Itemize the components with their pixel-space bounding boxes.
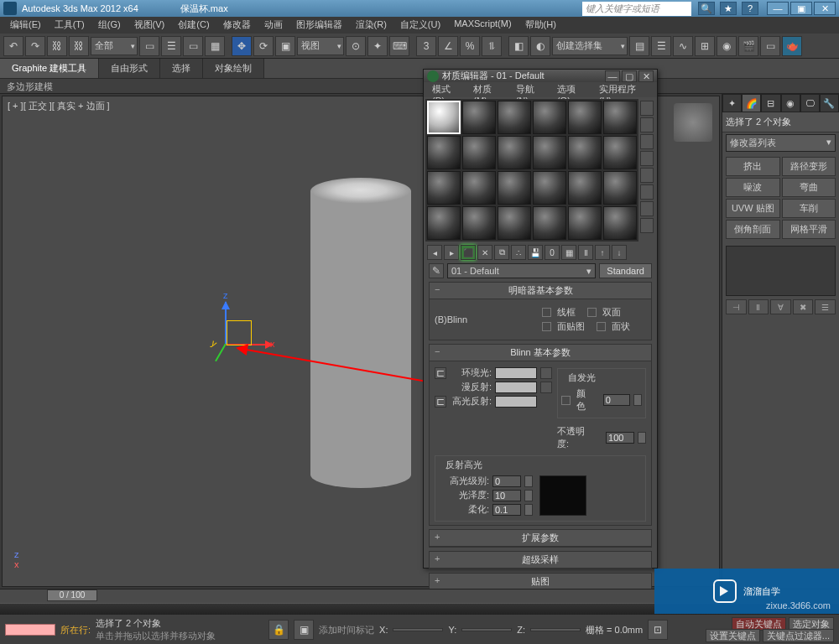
rollout-supersample[interactable]: 超级采样 bbox=[430, 552, 651, 569]
show-in-viewport-icon[interactable]: ▦ bbox=[561, 245, 576, 260]
specular-swatch[interactable] bbox=[495, 396, 537, 408]
viewcube[interactable] bbox=[674, 103, 712, 142]
snap-button[interactable]: 3 bbox=[416, 36, 436, 56]
menu-rendering[interactable]: 渲染(R) bbox=[349, 17, 393, 34]
mod-lathe[interactable]: 车削 bbox=[782, 199, 836, 218]
material-slot[interactable] bbox=[427, 101, 461, 134]
layers-button[interactable]: ☰ bbox=[651, 36, 671, 56]
options-icon[interactable] bbox=[640, 201, 654, 216]
mat-menu-nav[interactable]: 导航(N) bbox=[511, 82, 552, 97]
self-illum-spinner[interactable]: 0 bbox=[603, 394, 631, 406]
select-button[interactable]: ▭ bbox=[139, 36, 159, 56]
maximize-button[interactable]: ▣ bbox=[790, 2, 812, 15]
schematic-button[interactable]: ⊞ bbox=[695, 36, 715, 56]
faceted-checkbox[interactable] bbox=[597, 322, 606, 331]
material-slot[interactable] bbox=[427, 171, 461, 205]
menu-views[interactable]: 视图(V) bbox=[128, 17, 172, 34]
mod-bend[interactable]: 弯曲 bbox=[782, 178, 836, 197]
mat-menu-options[interactable]: 选项(O) bbox=[552, 82, 594, 97]
backlight-icon[interactable] bbox=[640, 117, 654, 132]
rollout-shader-basic[interactable]: 明暗器基本参数 bbox=[430, 283, 651, 299]
lock-selection-icon[interactable]: 🔒 bbox=[268, 620, 289, 640]
close-button[interactable]: ✕ bbox=[814, 2, 836, 15]
mod-chamfer[interactable]: 倒角剖面 bbox=[726, 220, 780, 239]
help-search-input[interactable]: 键入关键字或短语 bbox=[582, 2, 691, 16]
ambient-map-button[interactable] bbox=[540, 367, 552, 379]
mod-pathdeform[interactable]: 路径变形 bbox=[782, 157, 836, 176]
cylinder-object[interactable] bbox=[310, 178, 411, 488]
redo-button[interactable]: ↷ bbox=[25, 36, 45, 56]
make-unique-icon[interactable]: ∀ bbox=[770, 299, 791, 314]
tab-selection[interactable]: 选择 bbox=[160, 59, 203, 78]
diffuse-swatch[interactable] bbox=[495, 382, 537, 393]
opacity-spinner[interactable]: 100 bbox=[606, 432, 634, 444]
named-selection-dropdown[interactable]: 创建选择集 bbox=[552, 37, 628, 55]
tab-modify-icon[interactable]: 🌈 bbox=[742, 94, 761, 112]
mod-extrude[interactable]: 挤出 bbox=[726, 157, 780, 176]
material-slot[interactable] bbox=[533, 101, 566, 134]
make-preview-icon[interactable] bbox=[640, 184, 654, 200]
material-slot[interactable] bbox=[498, 171, 531, 205]
material-slot[interactable] bbox=[498, 206, 531, 240]
go-to-parent-icon[interactable]: ↑ bbox=[595, 245, 610, 260]
material-slot[interactable] bbox=[462, 206, 496, 240]
move-button[interactable]: ✥ bbox=[232, 36, 252, 56]
spinner-snap-button[interactable]: ⥮ bbox=[482, 36, 502, 56]
tab-objectpaint[interactable]: 对象绘制 bbox=[203, 59, 264, 78]
wire-checkbox[interactable] bbox=[542, 308, 551, 317]
spinner-buttons[interactable] bbox=[633, 394, 642, 406]
mat-close-button[interactable]: ✕ bbox=[638, 70, 654, 82]
make-copy-icon[interactable]: ⧉ bbox=[494, 245, 509, 260]
spinner-buttons[interactable] bbox=[524, 504, 533, 516]
manip-button[interactable]: ✦ bbox=[367, 36, 388, 56]
mod-uvwmap[interactable]: UVW 贴图 bbox=[726, 199, 780, 218]
material-editor-window[interactable]: 材质编辑器 - 01 - Default — ▢ ✕ 模式(D) 材质(M) 导… bbox=[423, 69, 658, 569]
modifier-stack[interactable] bbox=[726, 246, 836, 296]
isolate-icon[interactable]: ▣ bbox=[294, 620, 314, 640]
rotate-button[interactable]: ⟳ bbox=[253, 36, 274, 56]
ref-coord-dropdown[interactable]: 视图 bbox=[297, 37, 344, 55]
mat-maximize-button[interactable]: ▢ bbox=[622, 70, 637, 82]
menu-modifiers[interactable]: 修改器 bbox=[216, 17, 258, 34]
diffuse-map-button[interactable] bbox=[540, 382, 552, 393]
ambient-lock-icon[interactable]: ⊏ bbox=[435, 367, 446, 379]
video-check-icon[interactable] bbox=[640, 168, 654, 183]
specular-lock-icon[interactable]: ⊏ bbox=[435, 396, 446, 408]
reset-map-icon[interactable]: ✕ bbox=[477, 245, 492, 260]
mod-noise[interactable]: 噪波 bbox=[726, 178, 780, 197]
undo-button[interactable]: ↶ bbox=[3, 36, 23, 56]
spinner-buttons[interactable] bbox=[524, 490, 533, 501]
show-result-icon[interactable]: Ⅱ bbox=[748, 299, 769, 314]
sample-type-icon[interactable] bbox=[640, 101, 654, 116]
assign-to-selection-icon[interactable]: ⬛ bbox=[461, 245, 476, 260]
two-sided-checkbox[interactable] bbox=[587, 308, 597, 317]
link-button[interactable]: ⛓ bbox=[47, 36, 67, 56]
facemap-checkbox[interactable] bbox=[542, 322, 551, 331]
selection-filter-dropdown[interactable]: 全部 bbox=[91, 37, 138, 55]
help-icon[interactable]: ? bbox=[742, 2, 758, 15]
material-slot[interactable] bbox=[533, 136, 566, 169]
material-slot[interactable] bbox=[568, 171, 602, 205]
material-editor-titlebar[interactable]: 材质编辑器 - 01 - Default — ▢ ✕ bbox=[424, 70, 657, 82]
status-add-tag[interactable]: 添加时间标记 bbox=[319, 624, 374, 636]
put-to-library-icon[interactable]: 💾 bbox=[528, 245, 543, 260]
material-slot[interactable] bbox=[603, 206, 637, 240]
rollout-maps[interactable]: 贴图 bbox=[430, 574, 651, 590]
minimize-button[interactable]: — bbox=[767, 2, 789, 15]
mat-minimize-button[interactable]: — bbox=[605, 70, 620, 82]
select-name-button[interactable]: ☰ bbox=[161, 36, 181, 56]
menu-edit[interactable]: 编辑(E) bbox=[3, 17, 48, 34]
material-slot[interactable] bbox=[533, 171, 566, 205]
window-crossing-button[interactable]: ▦ bbox=[205, 36, 225, 56]
material-slot[interactable] bbox=[568, 206, 602, 240]
rollout-extended[interactable]: 扩展参数 bbox=[430, 530, 651, 547]
remove-mod-icon[interactable]: ✖ bbox=[793, 299, 814, 314]
get-material-icon[interactable]: ◂ bbox=[427, 245, 442, 260]
align-button[interactable]: ▤ bbox=[629, 36, 649, 56]
material-slot[interactable] bbox=[462, 101, 496, 134]
material-id-icon[interactable]: 0 bbox=[545, 245, 560, 260]
named-sel-button[interactable]: ◧ bbox=[508, 36, 529, 56]
transform-z-input[interactable] bbox=[530, 628, 581, 631]
select-by-mat-icon[interactable] bbox=[640, 218, 654, 233]
key-filters-button[interactable]: 关键点过滤器... bbox=[763, 629, 834, 642]
